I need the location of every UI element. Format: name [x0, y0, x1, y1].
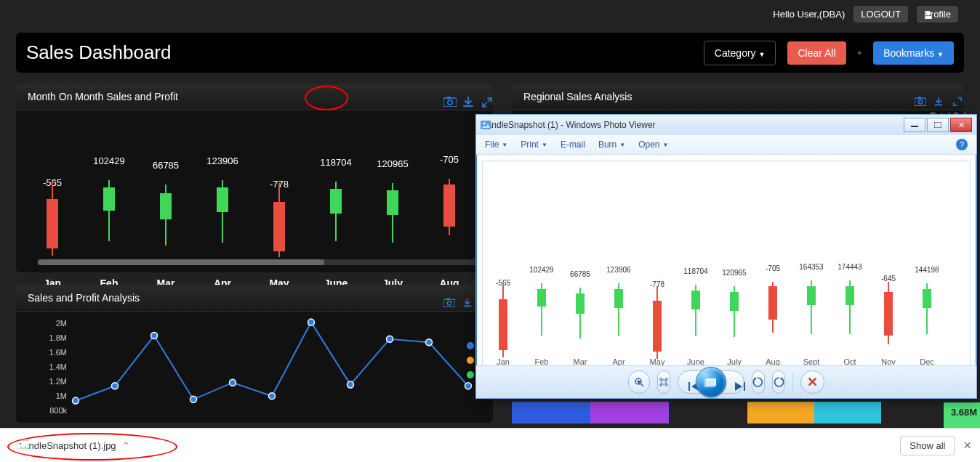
window-titlebar[interactable]: CandleSnapshot (1) - Windows Photo Viewe… [476, 115, 976, 135]
panel-header-spa: Sales and Profit Analysis [16, 285, 493, 312]
clear-all-button[interactable]: Clear All [787, 41, 846, 65]
help-icon[interactable]: ? [956, 139, 968, 150]
svg-point-0 [926, 11, 931, 15]
mini-candle-july: 120965July [720, 219, 749, 365]
download-item[interactable]: CandleSnapshot (1).jpg ⌃ [9, 436, 138, 455]
rotate-ccw-button[interactable] [752, 370, 765, 394]
logout-button[interactable]: LOGOUT [854, 6, 908, 23]
menu-file[interactable]: File▼ [485, 139, 507, 150]
panel-title-mom: Month On Month Sales and Profit [28, 91, 178, 102]
svg-point-11 [112, 383, 119, 389]
svg-rect-30 [688, 382, 690, 391]
candle-jan: -565Jan [31, 147, 74, 270]
title-actions: Category ▼ Clear All • Bookmarks ▼ [704, 41, 954, 65]
candle-value-label: 118704 [314, 157, 358, 168]
close-button[interactable]: ✕ [950, 118, 972, 132]
window-controls: ✕ [904, 118, 972, 132]
mini-candle-nov: -645Nov [874, 219, 903, 365]
download-filename: CandleSnapshot (1).jpg [17, 440, 116, 451]
user-icon [924, 10, 933, 19]
mini-candle-june: 118704June [681, 219, 710, 365]
nav-group [678, 370, 744, 394]
candle-feb: 102429Feb [87, 147, 131, 270]
delete-button[interactable]: ✕ [800, 370, 824, 394]
svg-rect-6 [917, 97, 920, 99]
chart-scrollbar-track[interactable] [38, 259, 478, 265]
svg-rect-3 [447, 97, 451, 99]
candle-july: 120965July [371, 147, 414, 270]
minimize-button[interactable] [904, 118, 925, 132]
panel-month-on-month: Month On Month Sales and Profit -565Jan1… [16, 84, 493, 272]
app-icon [481, 121, 491, 129]
maximize-button[interactable] [927, 118, 949, 132]
category-dropdown[interactable]: Category ▼ [704, 41, 776, 65]
chart-scrollbar-thumb[interactable] [38, 259, 324, 265]
mini-candle-oct: 174443Oct [835, 219, 864, 365]
panel-header-rsa: Regional Sales Analysis [512, 84, 964, 110]
svg-point-13 [190, 396, 197, 402]
mini-candle-feb: 102429Feb [527, 219, 556, 365]
bookmarks-dropdown[interactable]: Bookmarks ▼ [873, 41, 954, 65]
menu-burn[interactable]: Burn▼ [598, 139, 625, 150]
candle-mar: 66785Mar [144, 147, 188, 270]
fit-window-button[interactable] [657, 370, 670, 394]
svg-point-8 [447, 301, 451, 305]
profile-button[interactable]: Profile [917, 6, 958, 23]
svg-point-12 [151, 333, 158, 339]
viewer-image-area: -565Jan102429Feb66785Mar123906Apr-778May… [482, 161, 971, 373]
svg-rect-21 [481, 121, 491, 129]
svg-line-26 [640, 384, 643, 386]
title-row: Sales Dashboard Category ▼ Clear All • B… [16, 33, 964, 73]
ytick: 1.2M [49, 377, 67, 386]
svg-point-14 [230, 379, 236, 386]
candle-aug: -705Aug [427, 147, 471, 270]
slideshow-button[interactable] [696, 367, 726, 397]
top-bar: Hello User,(DBA) LOGOUT Profile [773, 6, 958, 23]
svg-point-35 [20, 443, 22, 445]
show-all-button[interactable]: Show all [900, 436, 955, 455]
candle-value-label: 123906 [201, 155, 244, 166]
page-title: Sales Dashboard [26, 41, 171, 64]
candle-value-label: 120965 [371, 158, 414, 169]
window-menubar: File▼ Print▼ E-mail Burn▼ Open▼ ? [476, 135, 976, 155]
candlestick-chart-main: -565Jan102429Feb66785Mar123906Apr-778May… [16, 110, 493, 270]
ytick: 1M [56, 392, 67, 400]
svg-rect-24 [934, 122, 941, 128]
svg-rect-23 [911, 126, 918, 127]
candle-value-label: 102429 [87, 155, 131, 166]
svg-rect-1 [443, 98, 457, 107]
candle-june: 118704June [314, 147, 358, 270]
menu-email[interactable]: E-mail [561, 139, 585, 150]
greeting-text: Hello User,(DBA) [773, 9, 845, 20]
dot-separator: • [858, 46, 862, 60]
menu-open[interactable]: Open▼ [638, 139, 668, 150]
svg-rect-7 [443, 299, 455, 307]
mini-candle-may: -778May [643, 219, 672, 365]
ytick: 2M [56, 319, 67, 328]
svg-point-19 [426, 339, 433, 346]
svg-point-18 [387, 336, 393, 342]
viewer-toolbar: ▼ ✕ [476, 365, 976, 398]
mini-candle-aug: -705Aug [758, 219, 787, 365]
svg-point-22 [483, 123, 486, 125]
rotate-cw-button[interactable] [772, 370, 785, 394]
regional-bars-peek [512, 402, 939, 423]
photo-viewer-window[interactable]: CandleSnapshot (1) - Windows Photo Viewe… [475, 114, 977, 399]
svg-rect-33 [744, 382, 745, 391]
mini-candle-jan: -565Jan [489, 219, 518, 365]
svg-rect-29 [662, 380, 666, 384]
svg-point-17 [348, 381, 354, 388]
svg-point-16 [308, 319, 315, 325]
panel-title-spa: Sales and Profit Analysis [28, 292, 140, 304]
zoom-control[interactable]: ▼ [628, 370, 650, 394]
ytick: 1.6M [49, 348, 67, 357]
mini-candle-dec: 144198Dec [912, 219, 941, 365]
candle-value-label: 66785 [144, 160, 188, 171]
mini-candle-sept: 164353Sept [797, 219, 826, 365]
menu-print[interactable]: Print▼ [521, 139, 547, 150]
ytick: 1.4M [49, 362, 67, 371]
svg-point-15 [269, 393, 276, 400]
chevron-up-icon: ⌃ [122, 440, 130, 451]
ytick: 800k [49, 406, 67, 415]
close-bar-button[interactable]: × [963, 438, 971, 453]
